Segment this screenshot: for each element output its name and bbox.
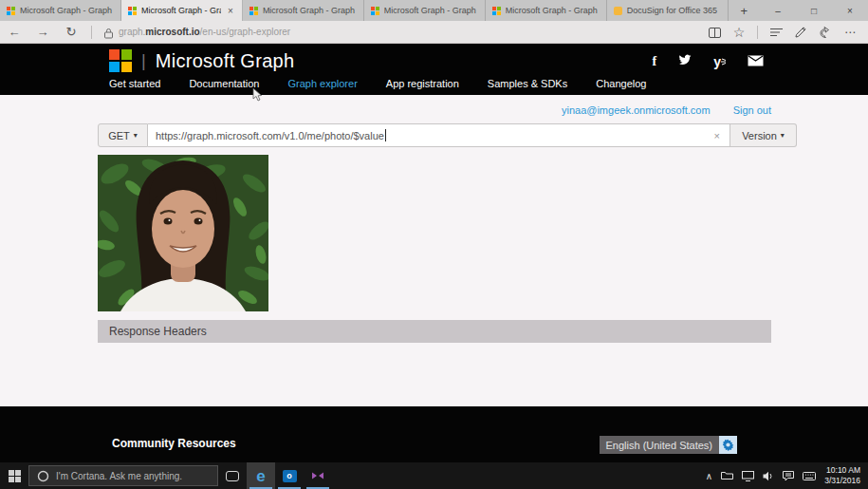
minimize-button[interactable]: – (760, 0, 796, 21)
tab-msgraph-4[interactable]: Microsoft Graph - Graph | (364, 0, 486, 21)
account-email-link[interactable]: yinaa@imgeek.onmicrosoft.com (562, 104, 711, 116)
text-caret (385, 129, 386, 141)
request-bar: GET ▾ https://graph.microsoft.com/v1.0/m… (98, 123, 797, 147)
taskbar-edge-button[interactable]: e (247, 462, 275, 489)
taskbar-outlook-button[interactable]: o (275, 462, 304, 489)
nav-get-started[interactable]: Get started (109, 78, 160, 89)
nav-samples-sdks[interactable]: Samples & SDKs (488, 78, 567, 89)
forward-icon[interactable]: → (28, 25, 57, 39)
version-dropdown[interactable]: Version ▾ (730, 123, 797, 147)
task-view-button[interactable] (218, 462, 247, 489)
back-icon[interactable]: ← (0, 25, 28, 39)
tab-title: Microsoft Graph - Graph | (506, 6, 600, 15)
twitter-icon[interactable] (677, 53, 693, 69)
microsoft-favicon (371, 7, 379, 15)
response-headers-bar[interactable]: Response Headers (98, 320, 771, 343)
gear-icon[interactable] (719, 436, 737, 454)
divider (91, 26, 92, 39)
account-row: yinaa@imgeek.onmicrosoft.com Sign out (562, 104, 771, 116)
nav-changelog[interactable]: Changelog (596, 78, 646, 89)
chevron-down-icon: ▾ (134, 131, 138, 140)
url-text: graph.microsoft.io/en-us/graph-explorer (119, 27, 290, 37)
window-controls: – □ × (760, 0, 868, 21)
tab-msgraph-5[interactable]: Microsoft Graph - Graph | (486, 0, 607, 21)
touch-keyboard-icon[interactable] (803, 472, 816, 480)
divider (757, 26, 758, 39)
site-title: Microsoft Graph (156, 50, 295, 72)
chevron-down-icon: ▾ (781, 131, 785, 140)
outlook-icon: o (283, 470, 297, 482)
show-hidden-icons-chevron[interactable]: ∧ (706, 471, 712, 481)
share-icon[interactable] (813, 26, 838, 39)
folder-icon[interactable] (721, 471, 733, 480)
clock-date: 3/31/2016 (824, 476, 860, 486)
tab-docusign[interactable]: DocuSign for Office 365 (607, 0, 729, 21)
docusign-favicon (614, 7, 622, 15)
tab-close-icon[interactable]: × (226, 6, 235, 16)
maximize-button[interactable]: □ (796, 0, 832, 21)
microsoft-favicon (249, 7, 258, 15)
more-options-icon[interactable]: ⋯ (838, 26, 862, 39)
site-footer: Community Resources English (United Stat… (0, 406, 868, 462)
site-nav: Get started Documentation Graph explorer… (109, 78, 646, 89)
taskbar-clock[interactable]: 10:10 AM 3/31/2016 (824, 465, 860, 485)
nav-graph-explorer[interactable]: Graph explorer (287, 78, 357, 89)
brand-row: | Microsoft Graph (109, 49, 294, 72)
lock-icon (98, 25, 119, 39)
mouse-cursor (252, 87, 264, 106)
browser-toolbar: ← → ↻ graph.microsoft.io/en-us/graph-exp… (0, 21, 868, 44)
favorites-star-icon[interactable]: ☆ (727, 25, 751, 40)
tab-msgraph-1[interactable]: Microsoft Graph - Graph | (0, 0, 121, 21)
hub-icon[interactable] (764, 26, 788, 39)
tab-title: Microsoft Graph - Graph | (384, 6, 478, 15)
brand-separator: | (141, 51, 146, 71)
facebook-icon[interactable]: f (653, 54, 657, 69)
tab-msgraph-3[interactable]: Microsoft Graph - Graph | (243, 0, 364, 21)
sign-out-link[interactable]: Sign out (733, 104, 771, 116)
community-resources-heading: Community Resources (112, 437, 236, 450)
visual-studio-icon (311, 469, 324, 482)
response-headers-label: Response Headers (109, 325, 207, 338)
method-dropdown[interactable]: GET ▾ (98, 123, 148, 147)
browser-tab-bar: Microsoft Graph - Graph | Microsoft Grap… (0, 0, 868, 21)
windows-taskbar: I'm Cortana. Ask me anything. e o ∧ (0, 462, 868, 489)
site-header: | Microsoft Graph f y Get started Docume… (0, 44, 868, 95)
action-center-icon[interactable] (783, 471, 794, 481)
tab-title: Microsoft Graph - Graph | (20, 6, 114, 15)
microsoft-logo (109, 49, 132, 72)
language-value[interactable]: English (United States) (600, 436, 720, 454)
network-display-icon[interactable] (742, 471, 754, 481)
new-tab-button[interactable]: + (729, 0, 760, 21)
start-button[interactable] (0, 462, 28, 489)
social-links: f y (653, 53, 764, 69)
nav-app-registration[interactable]: App registration (386, 78, 459, 89)
cortana-search-box[interactable]: I'm Cortana. Ask me anything. (28, 465, 218, 486)
request-url-input[interactable]: https://graph.microsoft.com/v1.0/me/phot… (148, 123, 730, 147)
edge-icon: e (256, 468, 265, 484)
tab-title: Microsoft Graph - Graph | (263, 6, 357, 15)
microsoft-favicon (492, 7, 501, 15)
web-note-icon[interactable] (788, 26, 813, 39)
request-url-value: https://graph.microsoft.com/v1.0/me/phot… (156, 130, 384, 141)
cortana-placeholder: I'm Cortana. Ask me anything. (56, 471, 182, 481)
address-bar[interactable]: graph.microsoft.io/en-us/graph-explorer (119, 27, 702, 37)
clear-input-icon[interactable]: × (712, 130, 722, 141)
taskbar-visual-studio-button[interactable] (304, 462, 332, 489)
response-profile-photo (98, 155, 268, 311)
close-button[interactable]: × (832, 0, 868, 21)
toolbar-icons: ☆ ⋯ (702, 25, 862, 40)
nav-documentation[interactable]: Documentation (189, 78, 259, 89)
cortana-circle-icon (37, 470, 49, 482)
reading-view-icon[interactable] (702, 26, 727, 39)
tab-msgraph-2-active[interactable]: Microsoft Graph - Gra × (121, 0, 243, 21)
speaker-icon[interactable] (763, 471, 774, 481)
tab-title: Microsoft Graph - Gra (141, 6, 221, 15)
language-selector[interactable]: English (United States) (600, 436, 738, 454)
system-tray: ∧ 10:10 AM 3/31/2016 (706, 465, 868, 485)
refresh-icon[interactable]: ↻ (57, 25, 85, 39)
screen: Microsoft Graph - Graph | Microsoft Grap… (0, 0, 868, 489)
microsoft-favicon (128, 7, 137, 15)
yammer-icon[interactable]: y (713, 54, 727, 69)
clock-time: 10:10 AM (824, 465, 860, 476)
email-icon[interactable] (748, 54, 764, 69)
